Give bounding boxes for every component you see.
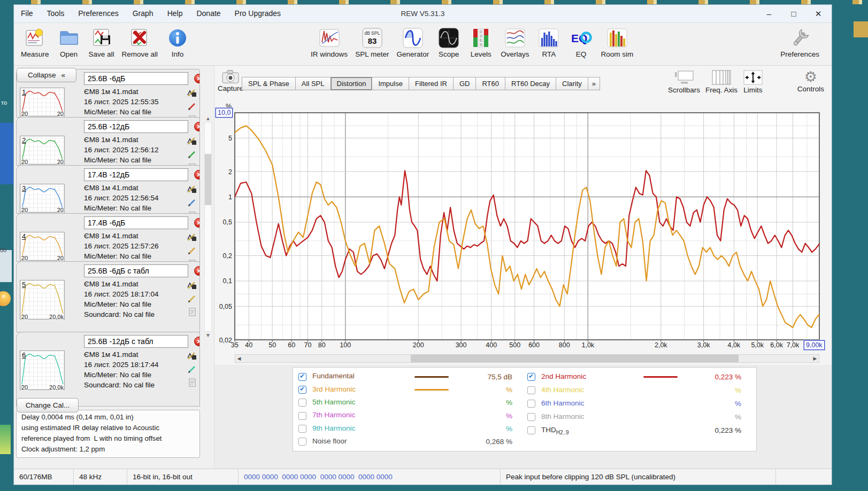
menu-donate[interactable]: Donate <box>189 5 227 22</box>
pencil-icon[interactable] <box>188 198 196 207</box>
tab-all-spl[interactable]: All SPL <box>295 77 331 90</box>
delete-measurement-icon[interactable]: ✕ <box>194 337 200 346</box>
pencil-icon[interactable] <box>188 102 196 111</box>
scroll-left-icon[interactable]: ◀ <box>235 356 243 361</box>
tab-impulse[interactable]: Impulse <box>372 77 409 90</box>
generator-button[interactable]: Generator <box>396 26 429 58</box>
controls-button[interactable]: ⚙ Controls <box>797 69 824 93</box>
menu-help[interactable]: Help <box>160 5 190 22</box>
measurement-thumbnail[interactable]: 3 20 20 <box>20 184 65 213</box>
measurement-item[interactable]: ✕ 3 20 20 ЄМ8 1м 41.mdat 16 лист. 2025 1… <box>16 165 200 214</box>
legend-checkbox[interactable] <box>298 438 306 446</box>
measure-button[interactable]: Measure <box>21 26 49 58</box>
open-button[interactable]: Open <box>57 26 81 58</box>
legend-checkbox[interactable] <box>298 412 306 420</box>
scope-button[interactable]: Scope <box>436 26 461 58</box>
tab-spl-phase[interactable]: SPL & Phase <box>242 77 296 90</box>
legend-checkbox[interactable] <box>298 399 306 407</box>
freq-axis-button[interactable]: Freq. Axis <box>705 69 738 94</box>
measurement-thumbnail[interactable]: 6 20 20,0k <box>20 350 65 390</box>
legend-checkbox[interactable] <box>527 386 535 394</box>
save-graph-icon[interactable] <box>187 89 197 97</box>
chart-horizontal-scrollbar[interactable]: ◀ ▶ <box>235 354 819 363</box>
tab-rt60[interactable]: RT60 <box>475 77 505 90</box>
capture-button[interactable]: Capture <box>218 68 243 92</box>
measurement-name-input[interactable] <box>84 168 188 181</box>
measurement-item[interactable]: ✕ 6 20 20,0k ЄМ8 1м 41.mdat 16 лист. 202… <box>16 332 200 407</box>
collapse-button[interactable]: Collapse« <box>17 68 76 82</box>
scroll-down-icon[interactable]: ▼ <box>205 332 211 339</box>
change-cal-button[interactable]: Change Cal... <box>17 398 79 412</box>
minimize-button[interactable]: – <box>759 9 779 18</box>
overlays-button[interactable]: Overlays <box>501 26 529 58</box>
menu-preferences[interactable]: Preferences <box>71 5 125 22</box>
preferences-button[interactable]: Preferences <box>780 26 819 58</box>
menu-tools[interactable]: Tools <box>40 5 72 22</box>
save-graph-icon[interactable] <box>187 137 197 145</box>
tab-filtered-ir[interactable]: Filtered IR <box>409 77 454 90</box>
pencil-icon[interactable] <box>188 294 196 303</box>
scrollbars-button[interactable]: Scrollbars <box>668 69 700 94</box>
delete-measurement-icon[interactable]: ✕ <box>194 266 200 276</box>
save-graph-icon[interactable] <box>187 352 197 360</box>
menu-graph[interactable]: Graph <box>126 5 160 22</box>
limits-button[interactable]: Limits <box>743 69 763 94</box>
pencil-icon[interactable] <box>188 365 196 373</box>
scrollbar-thumb[interactable] <box>205 154 211 205</box>
measurement-thumbnail[interactable]: 2 20 20 <box>20 136 65 165</box>
tab-clarity[interactable]: Clarity <box>556 77 588 90</box>
measurement-thumbnail[interactable]: 1 20 20 <box>20 88 65 116</box>
save-graph-icon[interactable] <box>187 281 197 290</box>
legend-checkbox[interactable] <box>527 426 535 434</box>
info-button[interactable]: Info <box>165 26 190 58</box>
remove-all-button[interactable]: Remove all <box>122 26 158 58</box>
scrollbar-track[interactable] <box>204 122 212 332</box>
sidebar-scrollbar[interactable]: ▲ ▼ <box>202 66 214 469</box>
legend-checkbox[interactable] <box>527 413 535 421</box>
maximize-button[interactable]: □ <box>783 9 804 18</box>
legend-checkbox[interactable] <box>298 386 306 394</box>
legend-checkbox[interactable] <box>527 373 535 381</box>
tab-rt60-decay[interactable]: RT60 Decay <box>505 77 556 90</box>
x-axis-right-limit-input[interactable]: 9,00k <box>804 340 825 350</box>
spl-meter-button[interactable]: dB SPL83 SPL meter <box>355 26 389 58</box>
pencil-icon[interactable] <box>188 150 196 159</box>
tab-gd[interactable]: GD <box>453 77 477 90</box>
y-axis-top-limit-input[interactable]: 10,0 <box>216 108 233 118</box>
notes-icon[interactable] <box>188 308 196 316</box>
scroll-up-icon[interactable]: ▲ <box>205 115 211 122</box>
measurement-item[interactable]: ✕ 5 20 20,0k ЄМ8 1м 41.mdat 16 лист. 202… <box>16 261 200 332</box>
delete-measurement-icon[interactable]: ✕ <box>194 122 200 131</box>
distortion-chart[interactable]: 3540506070801002003004005006008001,0k2,0… <box>214 102 833 353</box>
measurement-item[interactable]: ✕ 2 20 20 ЄМ8 1м 41.mdat 16 лист. 2025 1… <box>16 117 200 166</box>
measurement-thumbnail[interactable]: 4 20 20 <box>20 232 65 261</box>
save-graph-icon[interactable] <box>187 233 197 241</box>
notes-icon[interactable] <box>188 378 196 387</box>
eq-button[interactable]: EQ EQ <box>569 26 593 58</box>
rta-button[interactable]: RTA <box>536 26 561 58</box>
measurement-item[interactable]: ✕ 4 20 20 ЄМ8 1м 41.mdat 16 лист. 2025 1… <box>16 213 200 262</box>
menu-file[interactable]: File <box>14 5 40 22</box>
hscrollbar-track[interactable] <box>243 355 811 362</box>
ir-windows-button[interactable]: IR windows <box>311 26 348 58</box>
save-graph-icon[interactable] <box>187 185 197 193</box>
legend-checkbox[interactable] <box>298 373 306 381</box>
measurement-thumbnail[interactable]: 5 20 20,0k <box>20 280 65 319</box>
room-sim-button[interactable]: Room sim <box>601 26 633 58</box>
tabs-overflow-button[interactable]: » <box>588 77 600 90</box>
legend-checkbox[interactable] <box>298 425 306 433</box>
legend-checkbox[interactable] <box>527 400 535 408</box>
delete-measurement-icon[interactable]: ✕ <box>194 170 200 180</box>
close-button[interactable]: ✕ <box>808 9 828 19</box>
tab-distortion[interactable]: Distortion <box>331 77 373 90</box>
scroll-right-icon[interactable]: ▶ <box>811 356 819 361</box>
measurement-name-input[interactable] <box>84 120 188 133</box>
hscrollbar-thumb[interactable] <box>411 355 739 362</box>
save-all-button[interactable]: Save all <box>89 26 114 58</box>
levels-button[interactable]: 0369 Levels <box>468 26 493 58</box>
measurement-name-input[interactable] <box>84 264 188 277</box>
menu-pro-upgrades[interactable]: Pro Upgrades <box>228 5 288 22</box>
delete-measurement-icon[interactable]: ✕ <box>194 74 200 83</box>
pencil-icon[interactable] <box>188 246 196 255</box>
measurement-name-input[interactable] <box>84 335 188 348</box>
